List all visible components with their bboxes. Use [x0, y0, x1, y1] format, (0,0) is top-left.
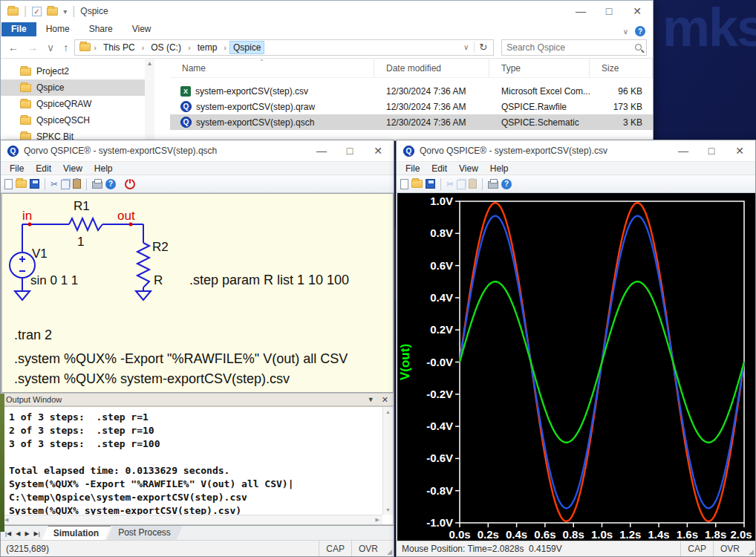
refresh-icon[interactable]: ↻ [474, 42, 492, 53]
breadcrumb-os-c[interactable]: OS (C:) [147, 41, 185, 54]
file-row-csv[interactable]: Xsystem-exportCSV(step).csv 12/30/2024 7… [170, 83, 653, 99]
scroll-up-icon[interactable]: ▲ [147, 60, 153, 140]
resize-grip[interactable]: ◢ [746, 541, 755, 556]
collapse-icon[interactable]: ▼ [368, 396, 374, 403]
file-row-qraw[interactable]: Qsystem-exportCSV(step).qraw 12/30/2024 … [170, 99, 653, 114]
address-dropdown-icon[interactable]: ∨ [458, 43, 474, 51]
copy-icon[interactable] [457, 180, 466, 189]
breadcrumb-this-pc[interactable]: This PC [100, 41, 139, 54]
minimize-button[interactable]: — [669, 140, 697, 161]
close-button[interactable]: ✕ [623, 1, 651, 22]
paste-icon[interactable] [469, 179, 477, 189]
next-tab-icon[interactable]: ▶ [25, 530, 29, 537]
tab-simulation[interactable]: Simulation [42, 526, 111, 541]
x-tick-label: 1.8s [705, 528, 726, 541]
ribbon-tab-home[interactable]: Home [36, 22, 79, 36]
r2-refdes[interactable]: R2 [152, 240, 169, 254]
sidebar-scrollbar[interactable]: ▲ [145, 59, 154, 140]
help-icon[interactable]: ? [105, 179, 116, 189]
first-tab-icon[interactable]: |◀ [5, 530, 11, 537]
menu-help[interactable]: Help [88, 163, 119, 175]
ribbon-expand-icon[interactable]: ∨ [623, 27, 628, 36]
close-output-icon[interactable]: ✕ [382, 395, 388, 405]
net-label-out[interactable]: out [117, 209, 135, 223]
sidebar-item-qspice[interactable]: Qspice [1, 79, 145, 96]
help-icon[interactable]: ? [501, 179, 512, 189]
r2-value[interactable]: R [154, 273, 163, 287]
system-directive-2[interactable]: .system %QUX% system-exportCSV(step).csv [14, 371, 290, 386]
column-header-size[interactable]: Size [590, 59, 653, 77]
close-button[interactable]: ✕ [364, 140, 392, 161]
prev-tab-icon[interactable]: ◀ [16, 530, 20, 537]
back-button[interactable]: ← [5, 42, 22, 53]
console-horizontal-scrollbar[interactable]: ◀▶ [1, 515, 382, 524]
ribbon-tab-file[interactable]: File [1, 22, 36, 36]
column-header-name[interactable]: Name⌃ [170, 59, 374, 77]
v1-value[interactable]: sin 0 1 1 [30, 273, 78, 287]
menu-view[interactable]: View [57, 163, 88, 175]
breadcrumb-temp[interactable]: temp [194, 41, 221, 54]
output-window-header[interactable]: Output Window ▼ ✕ [1, 393, 394, 406]
net-label-in[interactable]: in [22, 209, 32, 223]
open-folder-icon[interactable] [411, 180, 423, 188]
print-icon[interactable] [488, 181, 498, 189]
forward-button[interactable]: → [25, 42, 41, 53]
close-button[interactable]: ✕ [726, 140, 754, 161]
save-icon[interactable] [426, 179, 435, 189]
cut-icon[interactable]: ✂ [50, 180, 58, 189]
copy-icon[interactable] [61, 180, 70, 189]
maximize-button[interactable]: □ [697, 140, 726, 161]
schematic-canvas[interactable]: in out R1 1 V1 sin 0 1 1 R2 R .step para… [1, 193, 394, 393]
recent-locations-icon[interactable]: ∨ [44, 42, 57, 53]
open-folder-icon[interactable] [16, 180, 27, 188]
minimize-button[interactable]: — [307, 140, 336, 161]
maximize-button[interactable]: □ [595, 1, 623, 22]
system-directive-1[interactable]: .system %QUX% -Export "%RAWFILE%" V(out)… [14, 351, 348, 366]
save-icon[interactable] [30, 179, 39, 189]
menu-edit[interactable]: Edit [30, 163, 57, 175]
menu-file[interactable]: File [4, 163, 30, 175]
address-box[interactable]: › This PC › OS (C:) › temp › Qspice ∨ ↻ [74, 39, 494, 56]
maximize-button[interactable]: □ [336, 140, 364, 161]
menu-help[interactable]: Help [484, 163, 515, 175]
new-document-icon[interactable] [400, 179, 408, 189]
r1-refdes[interactable]: R1 [74, 199, 90, 213]
console-vertical-scrollbar[interactable]: ▲▼ [382, 407, 393, 515]
resize-grip[interactable]: ◢ [385, 541, 394, 556]
file-row-qsch[interactable]: Qsystem-exportCSV(step).qsch 12/30/2024 … [170, 114, 653, 130]
quick-access-properties-icon[interactable]: ✓ [32, 7, 42, 16]
search-icon[interactable] [635, 44, 642, 51]
new-document-icon[interactable] [4, 179, 13, 189]
ribbon-tab-share[interactable]: Share [79, 22, 123, 36]
up-button[interactable]: ↑ [60, 42, 71, 53]
menu-view[interactable]: View [453, 163, 484, 175]
search-box[interactable] [501, 39, 647, 56]
sidebar-item-qspiceqsch[interactable]: QspiceQSCH [1, 112, 145, 128]
cut-icon[interactable]: ✂ [446, 180, 454, 189]
r1-value[interactable]: 1 [77, 235, 84, 249]
sidebar-item-qspiceqraw[interactable]: QspiceQRAW [1, 96, 145, 112]
last-tab-icon[interactable]: ▶| [34, 530, 40, 537]
search-input[interactable] [506, 42, 635, 53]
y-tick-label: -0.2V [426, 388, 453, 400]
column-header-date[interactable]: Date modified [374, 59, 489, 77]
paste-icon[interactable] [73, 179, 81, 189]
menu-edit[interactable]: Edit [426, 163, 453, 175]
tab-post-process[interactable]: Post Process [106, 526, 183, 541]
ribbon-tab-view[interactable]: View [123, 22, 161, 36]
print-icon[interactable] [92, 181, 102, 189]
waveform-plot-area[interactable]: 1.0V0.8V0.6V0.4V0.2V-0.0V-0.2V-0.4V-0.6V… [397, 193, 755, 542]
help-button[interactable]: ? [635, 26, 645, 36]
shutdown-icon[interactable] [125, 179, 135, 189]
quick-access-folder-icon[interactable] [47, 7, 58, 16]
menu-file[interactable]: File [400, 163, 426, 175]
quick-access-customize-icon[interactable]: ▾ [63, 7, 67, 16]
qspice-app-icon: Q [7, 146, 19, 157]
breadcrumb-qspice[interactable]: Qspice [229, 41, 264, 54]
minimize-button[interactable]: — [567, 1, 595, 22]
step-directive[interactable]: .step param R list 1 10 100 [189, 273, 349, 287]
tran-directive[interactable]: .tran 2 [14, 328, 52, 342]
column-header-type[interactable]: Type [489, 59, 590, 77]
v1-refdes[interactable]: V1 [32, 247, 48, 261]
sidebar-item-project2[interactable]: Project2 [1, 63, 145, 79]
